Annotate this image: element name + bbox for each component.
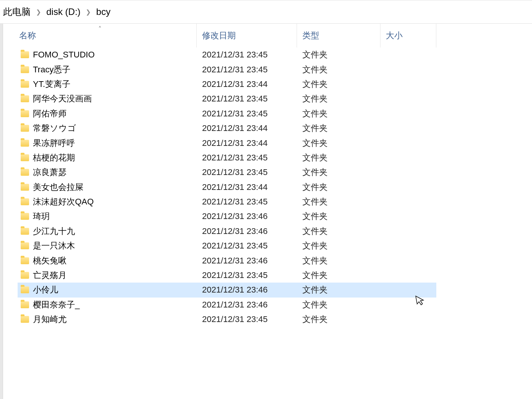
folder-icon <box>21 140 29 147</box>
file-name: 琦玥 <box>33 211 50 222</box>
table-row[interactable]: FOMO_STUDIO2021/12/31 23:45文件夹 <box>18 47 436 62</box>
table-row[interactable]: 桔梗的花期2021/12/31 23:45文件夹 <box>18 150 436 165</box>
file-date: 2021/12/31 23:45 <box>197 50 297 60</box>
file-name-cell[interactable]: 小伶儿 <box>18 284 197 296</box>
file-type: 文件夹 <box>297 182 380 193</box>
file-name-cell[interactable]: YT.芰离子 <box>18 78 197 90</box>
file-type: 文件夹 <box>297 255 380 267</box>
folder-icon <box>21 228 29 235</box>
table-row[interactable]: 是一只沐木2021/12/31 23:45文件夹 <box>18 239 436 253</box>
file-name-cell[interactable]: FOMO_STUDIO <box>18 50 197 60</box>
file-name: 桔梗的花期 <box>33 152 75 164</box>
file-name: 美女也会拉屎 <box>33 182 83 193</box>
table-row[interactable]: 阿华今天没画画2021/12/31 23:45文件夹 <box>18 92 436 106</box>
file-type: 文件夹 <box>297 226 380 237</box>
file-date: 2021/12/31 23:46 <box>197 300 297 310</box>
file-type: 文件夹 <box>297 49 380 61</box>
file-type: 文件夹 <box>297 152 380 164</box>
column-header-size[interactable]: 大小 <box>380 24 436 47</box>
file-name: 亡灵殇月 <box>33 270 67 281</box>
table-row[interactable]: 少江九十九2021/12/31 23:46文件夹 <box>18 224 436 239</box>
table-row[interactable]: 樱田奈奈子_2021/12/31 23:46文件夹 <box>18 298 436 312</box>
column-header-name[interactable]: ˄ 名称 <box>3 24 197 47</box>
table-row[interactable]: 月知崎尤2021/12/31 23:45文件夹 <box>18 312 436 327</box>
file-date: 2021/12/31 23:46 <box>197 211 297 221</box>
table-row[interactable]: 常磐ソウゴ2021/12/31 23:44文件夹 <box>18 121 436 136</box>
chevron-right-icon: ❯ <box>34 8 43 16</box>
file-date: 2021/12/31 23:44 <box>197 182 297 192</box>
folder-icon <box>21 198 29 205</box>
file-name: 小伶儿 <box>33 284 58 296</box>
column-header-size-label: 大小 <box>386 30 403 41</box>
table-row[interactable]: Tracy悉子2021/12/31 23:45文件夹 <box>18 62 436 77</box>
file-name: YT.芰离子 <box>33 78 70 90</box>
table-row[interactable]: 亡灵殇月2021/12/31 23:45文件夹 <box>18 268 436 283</box>
folder-icon <box>21 169 29 176</box>
table-row[interactable]: 阿佑帝师2021/12/31 23:45文件夹 <box>18 106 436 121</box>
file-name: 少江九十九 <box>33 226 75 237</box>
column-header-type-label: 类型 <box>302 30 319 41</box>
file-name-cell[interactable]: 桃矢兔啾 <box>18 255 197 267</box>
file-type: 文件夹 <box>297 299 380 311</box>
file-name: 常磐ソウゴ <box>33 123 76 134</box>
folder-icon <box>21 286 29 293</box>
table-row[interactable]: 凉良萧瑟2021/12/31 23:45文件夹 <box>18 165 436 180</box>
breadcrumb[interactable]: 此电脑 ❯ disk (D:) ❯ bcy <box>0 0 532 24</box>
file-name-cell[interactable]: 亡灵殇月 <box>18 270 197 281</box>
table-row[interactable]: 沫沫超好次QAQ2021/12/31 23:45文件夹 <box>18 195 436 209</box>
folder-icon <box>21 301 29 308</box>
file-name: 是一只沐木 <box>33 240 75 252</box>
file-name: 阿佑帝师 <box>33 108 67 119</box>
file-name-cell[interactable]: 凉良萧瑟 <box>18 167 197 178</box>
file-type: 文件夹 <box>297 284 380 296</box>
file-name-cell[interactable]: 沫沫超好次QAQ <box>18 196 197 208</box>
file-type: 文件夹 <box>297 167 380 178</box>
table-row[interactable]: 桃矢兔啾2021/12/31 23:46文件夹 <box>18 253 436 268</box>
file-name-cell[interactable]: 阿佑帝师 <box>18 108 197 119</box>
file-date: 2021/12/31 23:44 <box>197 138 297 148</box>
column-header-date[interactable]: 修改日期 <box>197 24 297 47</box>
file-date: 2021/12/31 23:46 <box>197 256 297 266</box>
column-header-name-label: 名称 <box>19 30 36 41</box>
file-name-cell[interactable]: 是一只沐木 <box>18 240 197 252</box>
file-name-cell[interactable]: 樱田奈奈子_ <box>18 299 197 311</box>
folder-icon <box>21 272 29 279</box>
folder-icon <box>21 125 29 132</box>
file-type: 文件夹 <box>297 93 380 105</box>
file-name-cell[interactable]: Tracy悉子 <box>18 64 197 75</box>
table-row[interactable]: 果冻胖呼呼2021/12/31 23:44文件夹 <box>18 136 436 150</box>
file-name: 桃矢兔啾 <box>33 255 67 267</box>
file-type: 文件夹 <box>297 108 380 119</box>
table-row[interactable]: YT.芰离子2021/12/31 23:44文件夹 <box>18 77 436 92</box>
file-name-cell[interactable]: 桔梗的花期 <box>18 152 197 164</box>
table-row[interactable]: 琦玥2021/12/31 23:46文件夹 <box>18 209 436 224</box>
file-name-cell[interactable]: 常磐ソウゴ <box>18 123 197 134</box>
file-name: 樱田奈奈子_ <box>33 299 80 311</box>
breadcrumb-item-2[interactable]: bcy <box>93 7 113 17</box>
folder-icon <box>21 110 29 117</box>
file-name: 果冻胖呼呼 <box>33 137 75 149</box>
folder-icon <box>21 154 29 161</box>
file-name-cell[interactable]: 琦玥 <box>18 211 197 222</box>
file-name-cell[interactable]: 果冻胖呼呼 <box>18 137 197 149</box>
breadcrumb-item-1[interactable]: disk (D:) <box>43 7 83 17</box>
file-name-cell[interactable]: 少江九十九 <box>18 226 197 237</box>
file-type: 文件夹 <box>297 270 380 281</box>
file-name-cell[interactable]: 阿华今天没画画 <box>18 93 197 105</box>
file-name: 沫沫超好次QAQ <box>33 196 94 208</box>
breadcrumb-item-0[interactable]: 此电脑 <box>0 6 34 18</box>
file-date: 2021/12/31 23:45 <box>197 109 297 119</box>
table-row[interactable]: 美女也会拉屎2021/12/31 23:44文件夹 <box>18 180 436 195</box>
file-type: 文件夹 <box>297 314 380 325</box>
file-name-cell[interactable]: 月知崎尤 <box>18 314 197 325</box>
folder-icon <box>21 184 29 191</box>
table-row[interactable]: 小伶儿2021/12/31 23:46文件夹 <box>18 283 436 297</box>
nav-gutter <box>0 24 3 399</box>
file-date: 2021/12/31 23:46 <box>197 226 297 236</box>
column-header-type[interactable]: 类型 <box>297 24 380 47</box>
file-type: 文件夹 <box>297 211 380 222</box>
file-date: 2021/12/31 23:44 <box>197 123 297 133</box>
file-name-cell[interactable]: 美女也会拉屎 <box>18 182 197 193</box>
folder-icon <box>21 51 29 58</box>
file-date: 2021/12/31 23:45 <box>197 94 297 104</box>
